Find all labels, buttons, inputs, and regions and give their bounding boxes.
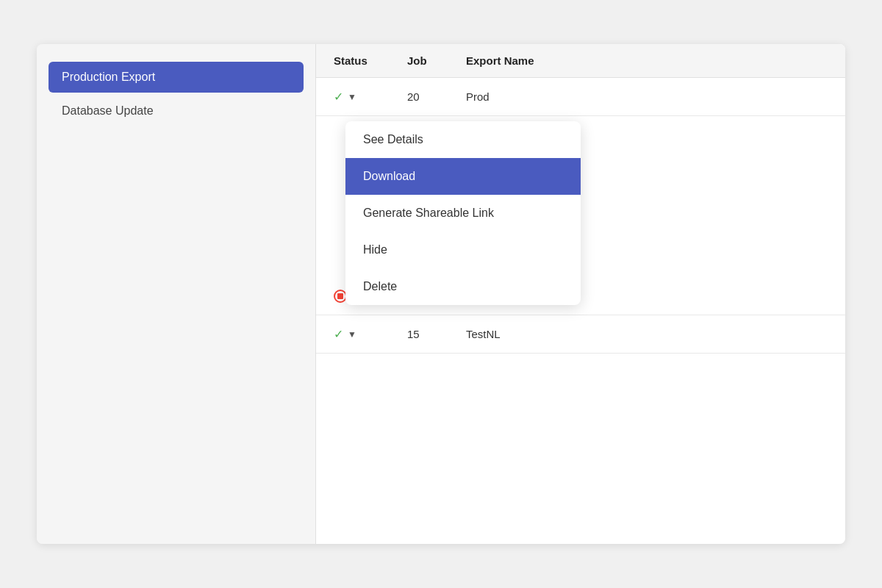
- check-icon: ✓: [334, 90, 343, 104]
- left-panel: Production Export Database Update: [37, 44, 316, 544]
- right-panel: Status Job Export Name ✓ ▼ 20 Prod See D…: [316, 44, 845, 544]
- dropdown-item-see-details[interactable]: See Details: [345, 121, 581, 158]
- table-header: Status Job Export Name: [316, 44, 845, 78]
- column-job: Job: [407, 54, 466, 67]
- dropdown-item-delete[interactable]: Delete: [345, 268, 581, 305]
- main-container: Production Export Database Update Status…: [37, 44, 845, 544]
- chevron-down-icon-3[interactable]: ▼: [348, 329, 356, 340]
- dropdown-item-download[interactable]: Download: [345, 158, 581, 195]
- dropdown-menu: See Details Download Generate Shareable …: [345, 121, 581, 305]
- name-cell-3: TestNL: [466, 328, 828, 340]
- status-cell-3: ✓ ▼: [334, 327, 407, 341]
- status-cell-1: ✓ ▼: [334, 90, 407, 104]
- check-icon-3: ✓: [334, 327, 343, 341]
- dropdown-item-generate-shareable-link[interactable]: Generate Shareable Link: [345, 195, 581, 232]
- sidebar-item-database-update[interactable]: Database Update: [49, 96, 304, 126]
- table-row: ✓ ▼ 15 TestNL: [316, 315, 845, 354]
- table-row: ✓ ▼ 20 Prod: [316, 78, 845, 116]
- chevron-down-icon[interactable]: ▼: [348, 92, 356, 102]
- column-export-name: Export Name: [466, 54, 828, 67]
- name-cell-1: Prod: [466, 90, 828, 103]
- sidebar-item-production-export[interactable]: Production Export: [49, 62, 304, 93]
- job-cell-1: 20: [407, 90, 466, 103]
- job-cell-3: 15: [407, 328, 466, 340]
- dropdown-item-hide[interactable]: Hide: [345, 232, 581, 268]
- column-status: Status: [334, 54, 407, 67]
